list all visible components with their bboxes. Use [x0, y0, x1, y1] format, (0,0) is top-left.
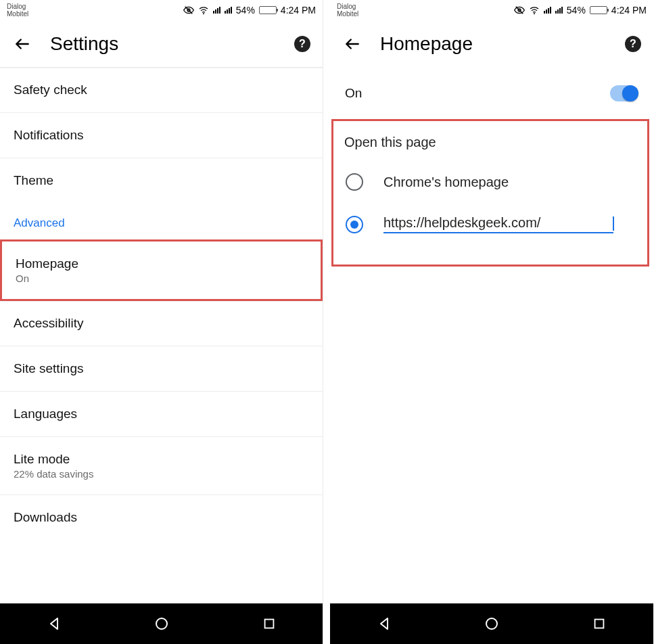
svg-point-7: [534, 13, 535, 14]
page-title: Homepage: [380, 33, 625, 55]
carrier-label: Dialog Mobitel: [337, 3, 358, 18]
carrier-label: Dialog Mobitel: [7, 3, 28, 18]
section-advanced: Advanced: [0, 203, 323, 239]
status-bar: Dialog Mobitel 54% 4:24 PM: [330, 0, 653, 20]
eye-comfort-icon: [183, 5, 194, 16]
svg-rect-4: [264, 620, 273, 628]
svg-rect-9: [595, 620, 604, 628]
row-homepage[interactable]: Homepage On: [0, 239, 323, 301]
homepage-url-input[interactable]: [383, 215, 613, 233]
row-accessibility[interactable]: Accessibility: [0, 301, 323, 346]
clock: 4:24 PM: [281, 5, 316, 16]
status-bar: Dialog Mobitel 54% 4:24 PM: [0, 0, 323, 20]
page-title: Settings: [50, 33, 294, 55]
radio-unchecked-icon[interactable]: [346, 173, 363, 191]
row-safety-check[interactable]: Safety check: [0, 68, 323, 113]
eye-comfort-icon: [514, 5, 525, 16]
battery-icon: [259, 6, 277, 14]
signal-icon: [544, 7, 551, 14]
svg-point-8: [486, 618, 497, 629]
toggle-label: On: [345, 86, 362, 101]
signal-icon-2: [555, 7, 563, 14]
android-nav-bar: [0, 603, 323, 644]
wifi-icon: [529, 5, 540, 16]
back-button[interactable]: [342, 34, 363, 54]
screen-settings: Dialog Mobitel 54% 4:24 PM Set: [0, 0, 323, 644]
open-this-page-group: Open this page Chrome's homepage: [331, 119, 649, 267]
row-lite-mode[interactable]: Lite mode 22% data savings: [0, 437, 323, 495]
battery-icon: [590, 6, 607, 14]
homepage-toggle-row[interactable]: On: [330, 68, 653, 119]
app-bar: Settings ?: [0, 20, 323, 68]
row-downloads[interactable]: Downloads: [0, 495, 323, 540]
text-cursor: [613, 216, 614, 231]
android-nav-bar: [330, 603, 653, 644]
row-site-settings[interactable]: Site settings: [0, 346, 323, 392]
signal-icon: [213, 7, 220, 14]
nav-recent-button[interactable]: [579, 610, 620, 637]
back-button[interactable]: [12, 34, 32, 54]
row-languages[interactable]: Languages: [0, 392, 323, 437]
group-title: Open this page: [342, 131, 639, 161]
row-notifications[interactable]: Notifications: [0, 113, 323, 158]
option-chrome-homepage[interactable]: Chrome's homepage: [342, 161, 639, 203]
option-custom-url[interactable]: [342, 203, 639, 246]
nav-home-button[interactable]: [141, 610, 182, 637]
wifi-icon: [198, 5, 209, 16]
settings-list: Safety check Notifications Theme Advance…: [0, 68, 323, 603]
svg-point-3: [156, 618, 167, 629]
battery-percent: 54%: [236, 5, 255, 16]
radio-checked-icon[interactable]: [346, 216, 363, 233]
signal-icon-2: [225, 7, 232, 14]
help-button[interactable]: ?: [294, 36, 310, 52]
nav-home-button[interactable]: [471, 610, 512, 637]
homepage-switch[interactable]: [610, 85, 638, 101]
nav-recent-button[interactable]: [249, 610, 289, 637]
clock: 4:24 PM: [611, 5, 647, 16]
screen-homepage: Dialog Mobitel 54% 4:24 PM Hom: [330, 0, 653, 644]
battery-percent: 54%: [567, 5, 586, 16]
svg-point-2: [203, 13, 204, 14]
nav-back-button[interactable]: [34, 610, 74, 637]
row-theme[interactable]: Theme: [0, 158, 323, 203]
nav-back-button[interactable]: [364, 610, 404, 637]
help-button[interactable]: ?: [625, 36, 641, 52]
app-bar: Homepage ?: [330, 20, 653, 68]
